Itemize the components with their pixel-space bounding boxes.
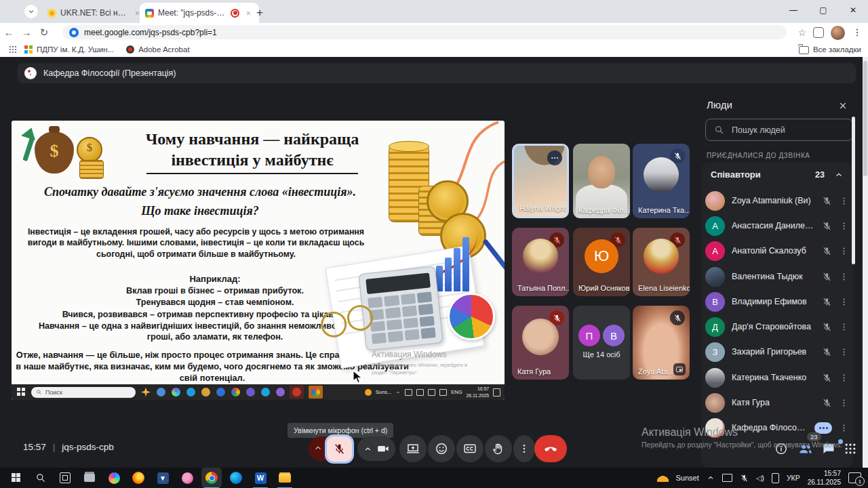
phone-link-icon[interactable]	[772, 473, 779, 483]
people-search-input[interactable]	[730, 125, 828, 136]
people-panel-close-icon[interactable]	[837, 100, 849, 112]
language-indicator[interactable]: УКР	[787, 474, 800, 482]
participant-video-tile[interactable]: Zoya Ata...	[633, 306, 690, 380]
mic-off-icon[interactable]	[822, 196, 832, 206]
mic-options-chevron-icon[interactable]	[313, 443, 323, 453]
firefox-app-icon[interactable]	[130, 470, 146, 486]
participant-row[interactable]: Валентина Тыдюк	[705, 264, 849, 289]
file-explorer-icon[interactable]	[277, 470, 293, 486]
notification-center-icon[interactable]: 1	[848, 472, 861, 483]
mic-toggle-button[interactable]	[325, 434, 354, 464]
url-bar[interactable]: meet.google.com/jqs-psds-cpb?pli=1	[62, 25, 787, 39]
page-scrollbar-thumb[interactable]	[863, 61, 867, 176]
apps-grid-icon[interactable]	[8, 45, 18, 54]
picture-in-picture-icon[interactable]	[673, 363, 686, 375]
copilot-app-icon[interactable]	[106, 470, 122, 486]
raise-hand-button[interactable]	[485, 435, 512, 462]
tray-expand-chevron-icon[interactable]	[707, 474, 715, 482]
participant-video-tile[interactable]: Ю Юрий Осняков	[573, 228, 630, 296]
collapse-chevron-icon[interactable]	[834, 170, 844, 180]
participant-options-icon[interactable]	[839, 221, 849, 231]
bookmark-item[interactable]: ПДПУ ім. К.Д. Ушин...	[24, 45, 114, 54]
browser-tab-ukrnet[interactable]: UKR.NET: Всі новини України	[42, 3, 148, 23]
camera-options-chevron-icon[interactable]	[363, 445, 372, 453]
participant-row[interactable]: Катерина Ткаченко	[705, 365, 849, 390]
participant-options-icon[interactable]	[839, 246, 849, 256]
tray-mic-icon[interactable]	[740, 474, 749, 483]
contributors-group-header[interactable]: Співавтори 23	[711, 169, 844, 180]
window-close-button[interactable]: ✕	[838, 0, 868, 20]
participant-row[interactable]: А Анастасия Даниленко	[705, 214, 849, 238]
present-screen-button[interactable]	[399, 435, 427, 462]
edge-app-icon[interactable]	[228, 470, 244, 486]
participant-row[interactable]: Zoya Atamaniuk (Ви)	[705, 188, 849, 213]
camera-control-group[interactable]	[357, 436, 395, 461]
weather-label[interactable]: Sunset	[676, 474, 699, 482]
participant-row[interactable]: Д Дар'я Старовойтова	[705, 314, 849, 339]
participant-options-icon[interactable]	[839, 373, 849, 383]
media-app-icon[interactable]: ▼	[155, 470, 171, 486]
mic-off-icon[interactable]	[822, 297, 832, 307]
participant-row[interactable]: З Захарий Григорьев	[705, 340, 849, 364]
participant-options-icon[interactable]	[839, 347, 849, 357]
mic-off-icon[interactable]	[822, 221, 832, 231]
mic-off-icon[interactable]	[822, 398, 832, 408]
participant-video-tile[interactable]: Татьяна Попл...	[512, 228, 569, 296]
display-icon[interactable]	[722, 474, 732, 482]
reactions-button[interactable]	[428, 435, 455, 462]
taskbar-clock[interactable]: 15:5726.11.2025	[808, 469, 841, 487]
participant-video-tile[interactable]: Кафедра Філ...	[573, 144, 630, 218]
bookmark-item[interactable]: Adobe Acrobat	[126, 45, 189, 54]
participant-options-icon[interactable]	[839, 398, 849, 408]
site-info-icon[interactable]	[69, 28, 79, 37]
camera-icon[interactable]	[377, 443, 389, 455]
participant-options-icon[interactable]	[839, 297, 849, 307]
browser-profile-avatar[interactable]	[831, 26, 845, 40]
meeting-header-banner: Кафедра Філософії (Презентація)	[18, 63, 856, 83]
people-search-box[interactable]	[705, 119, 853, 141]
word-app-icon[interactable]: W	[252, 470, 269, 486]
mic-off-icon[interactable]	[822, 246, 832, 256]
task-view-button[interactable]	[57, 470, 73, 486]
weather-icon[interactable]	[657, 474, 669, 482]
new-tab-button[interactable]: +	[252, 5, 267, 20]
window-maximize-button[interactable]: ▢	[808, 0, 838, 20]
start-button[interactable]	[8, 470, 24, 486]
participant-row[interactable]: А Анатолій Скалозуб	[705, 239, 849, 263]
bookmark-star-icon[interactable]: ☆	[797, 27, 806, 38]
taskbar-search-button[interactable]	[33, 470, 49, 486]
chrome-app-icon[interactable]	[203, 470, 220, 486]
tile-options-icon[interactable]	[547, 150, 562, 165]
participant-options-icon[interactable]	[839, 322, 849, 332]
captions-button[interactable]	[456, 435, 484, 462]
participant-options-icon[interactable]	[839, 196, 849, 206]
activities-button[interactable]	[842, 441, 859, 457]
participant-video-tile[interactable]: Катя Гура	[512, 306, 569, 380]
mic-off-icon[interactable]	[822, 347, 832, 357]
participant-options-icon[interactable]	[839, 272, 849, 282]
forward-button[interactable]: →	[18, 26, 35, 38]
more-options-button[interactable]	[513, 435, 535, 462]
participant-video-tile[interactable]: Elena Liseienko	[633, 228, 690, 296]
photos-app-icon[interactable]	[179, 470, 195, 486]
browser-tab-meet[interactable]: Meet: "jqs-psds-cpb"	[140, 3, 259, 23]
mic-off-icon[interactable]	[822, 373, 832, 383]
browser-menu-icon[interactable]	[852, 27, 863, 38]
participant-row[interactable]: В Владимир Ефимов	[705, 289, 849, 314]
tab-search-button[interactable]	[24, 5, 38, 18]
reload-button[interactable]: ↻	[35, 26, 53, 39]
back-button[interactable]: ←	[0, 26, 18, 38]
mic-off-icon[interactable]	[822, 322, 832, 332]
participant-video-tile[interactable]: Катерина Тка...	[633, 144, 690, 218]
all-bookmarks-button[interactable]: Все закладки	[799, 45, 861, 54]
people-list-scrollbar[interactable]	[852, 117, 855, 264]
end-call-button[interactable]	[534, 435, 567, 462]
mic-off-icon[interactable]	[822, 272, 832, 282]
window-minimize-button[interactable]: —	[778, 0, 808, 20]
volume-icon[interactable]: ◁)	[756, 474, 764, 483]
more-participants-tile[interactable]: П В Ще 14 осіб	[573, 306, 630, 380]
participant-video-tile[interactable]: Halyna Wright	[512, 144, 569, 218]
side-panel-icon[interactable]	[813, 27, 824, 38]
printer-app-icon[interactable]	[81, 470, 98, 486]
participant-row[interactable]: Катя Гура	[705, 390, 849, 415]
